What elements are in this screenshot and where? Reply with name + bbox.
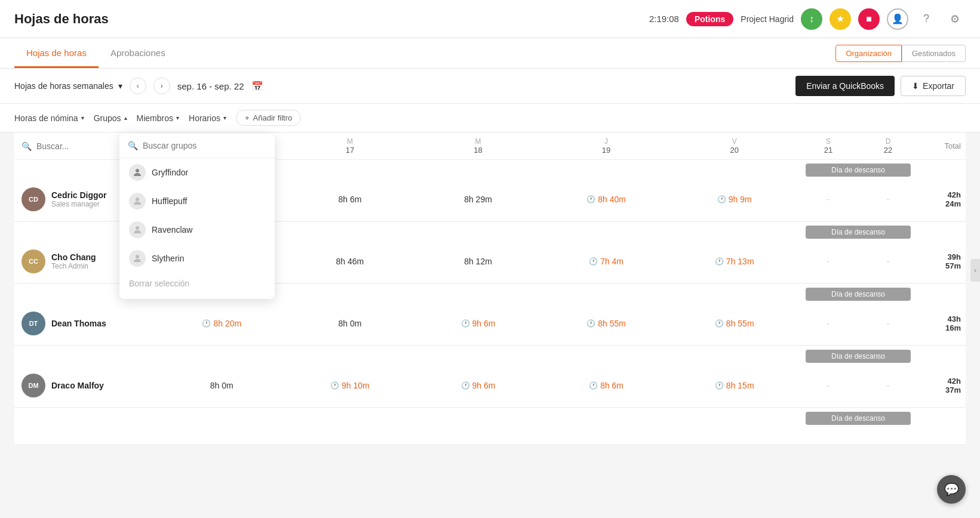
day-off-bottom: Día de descanso: [806, 412, 911, 425]
total-dean: 43h16m: [918, 314, 966, 332]
col-header-d22: D 22: [858, 137, 918, 155]
time-dean-m18: 🕐9h 6m: [414, 309, 542, 338]
col-header-m17: M 17: [286, 137, 414, 155]
time-cho-v: 🕐7h 13m: [670, 247, 798, 276]
overtime-icon: 🕐: [715, 381, 724, 390]
col-header-j19: J 19: [542, 137, 671, 155]
toolbar: Hojas de horas semanales ▾ ‹ › sep. 16 -…: [0, 69, 980, 104]
toolbar-left: Hojas de horas semanales ▾ ‹ › sep. 16 -…: [14, 78, 263, 94]
overtime-icon: 🕐: [589, 381, 598, 390]
clock-display: 2:19:08: [649, 14, 679, 24]
export-button[interactable]: ⬇ Exportar: [901, 76, 966, 96]
filter-grupos-arrow: ▴: [124, 115, 127, 121]
emp-name-draco: Draco Malfoy: [51, 381, 104, 390]
group-item-slytherin[interactable]: Slytherin: [119, 244, 275, 273]
filter-nomina-label: Horas de nómina: [14, 113, 78, 123]
filter-grupos-label: Grupos: [94, 113, 121, 123]
group-item-ravenclaw[interactable]: Ravenclaw: [119, 215, 275, 244]
export-icon: ⬇: [912, 81, 919, 91]
emp-name-dean: Dean Thomas: [51, 319, 106, 328]
filter-grupos[interactable]: Grupos ▴: [94, 113, 127, 123]
settings-button[interactable]: ⚙: [944, 8, 966, 30]
period-selector: Hojas de horas semanales ▾: [14, 81, 122, 91]
overtime-icon: 🕐: [202, 319, 211, 328]
time-draco-v: 🕐8h 15m: [670, 371, 798, 400]
hufflepuff-icon: [129, 193, 146, 209]
group-item-hufflepuff[interactable]: Hufflepuff: [119, 187, 275, 215]
header-actions: 2:19:08 Potions Project Hagrid ↕ ★ ■ 👤 ?…: [649, 8, 966, 30]
time-cho-m17: 8h 46m: [286, 247, 414, 276]
send-quickbooks-button[interactable]: Enviar a QuickBooks: [795, 76, 895, 96]
tab-hojas-de-horas[interactable]: Hojas de horas: [14, 38, 99, 68]
slytherin-icon: [129, 250, 146, 267]
filter-miembros-label: Miembros: [137, 113, 173, 123]
overtime-icon: 🕐: [715, 319, 724, 328]
groups-search-input[interactable]: [143, 141, 266, 150]
slytherin-label: Slytherin: [152, 254, 184, 263]
tab-aprobaciones[interactable]: Aprobaciones: [99, 38, 177, 68]
filter-horarios[interactable]: Horarios ▾: [189, 113, 226, 123]
time-cho-m18: 8h 12m: [414, 247, 542, 276]
scroll-right-button[interactable]: ›: [970, 259, 980, 282]
table-search-input[interactable]: [36, 141, 120, 151]
col-header-total: Total: [918, 137, 966, 155]
time-dean-d: -: [858, 309, 918, 338]
prev-period-button[interactable]: ‹: [130, 78, 146, 94]
view-gestionados[interactable]: Gestionados: [902, 45, 966, 62]
time-draco-j: 🕐8h 6m: [542, 371, 671, 400]
user-icon-button[interactable]: 👤: [887, 8, 908, 30]
filter-nomina[interactable]: Horas de nómina ▾: [14, 113, 84, 123]
group-item-gryffindor[interactable]: Gryffindor: [119, 158, 275, 187]
overtime-icon: 🕐: [461, 319, 470, 328]
time-draco-m18: 🕐9h 6m: [414, 371, 542, 400]
time-cedric-j: 🕐8h 40m: [542, 185, 671, 214]
col-header-s21: S 21: [798, 137, 858, 155]
groups-dropdown: 🔍 Gryffindor Hufflepuff Ravenclaw Sl: [119, 134, 275, 299]
total-cho: 39h57m: [918, 252, 966, 270]
export-label: Exportar: [923, 81, 954, 91]
time-cedric-v: 🕐9h 9m: [670, 185, 798, 214]
time-dean-v: 🕐8h 55m: [670, 309, 798, 338]
period-dropdown-icon[interactable]: ▾: [118, 81, 122, 91]
filter-nomina-arrow: ▾: [81, 115, 84, 121]
day-off-cho: Día de descanso: [806, 226, 911, 239]
date-range-label: sep. 16 - sep. 22: [177, 81, 244, 91]
ravenclaw-label: Ravenclaw: [152, 225, 192, 235]
time-dean-l: 🕐8h 20m: [158, 309, 286, 338]
table-row: Día de descanso DM Draco Malfoy 8h 0m 🕐9…: [14, 346, 966, 408]
potions-badge[interactable]: Potions: [686, 12, 733, 26]
col-header-v20: V 20: [670, 137, 798, 155]
hufflepuff-label: Hufflepuff: [152, 196, 187, 206]
svg-point-1: [136, 198, 139, 201]
emp-role-cho: Tech Admin: [51, 262, 96, 270]
overtime-icon: 🕐: [461, 381, 470, 390]
gryffindor-icon: [129, 164, 146, 181]
calendar-icon[interactable]: 📅: [251, 81, 263, 92]
overtime-icon: 🕐: [330, 381, 339, 390]
next-period-button[interactable]: ›: [153, 78, 170, 94]
red-stop-button[interactable]: ■: [858, 8, 880, 30]
overtime-icon: 🕐: [715, 257, 724, 266]
period-label: Hojas de horas semanales: [14, 81, 113, 91]
help-button[interactable]: ?: [916, 8, 937, 30]
green-action-button[interactable]: ↕: [801, 8, 822, 30]
svg-point-2: [136, 226, 139, 230]
emp-name-cedric: Cedric Diggor: [51, 190, 107, 200]
view-organizacion[interactable]: Organización: [835, 45, 902, 62]
time-cho-j: 🕐7h 4m: [542, 247, 671, 276]
add-filter-button[interactable]: + Añadir filtro: [236, 110, 301, 126]
tabs-bar: Hojas de horas Aprobaciones Organización…: [0, 38, 980, 69]
svg-point-0: [136, 169, 139, 172]
yellow-action-button[interactable]: ★: [830, 8, 851, 30]
col-header-m18: M 18: [414, 137, 542, 155]
time-draco-m17: 🕐9h 10m: [286, 371, 414, 400]
filter-miembros[interactable]: Miembros ▾: [137, 113, 179, 123]
employee-dean: DT Dean Thomas: [14, 302, 158, 345]
filter-horarios-arrow: ▾: [223, 115, 226, 121]
clear-selection-button[interactable]: Borrar selección: [119, 273, 275, 294]
avatar-cho: CC: [21, 249, 45, 273]
dropdown-search-row: 🔍: [119, 134, 275, 158]
filter-miembros-arrow: ▾: [176, 115, 179, 121]
time-cedric-m17: 8h 6m: [286, 185, 414, 214]
time-cedric-s: -: [798, 185, 858, 214]
